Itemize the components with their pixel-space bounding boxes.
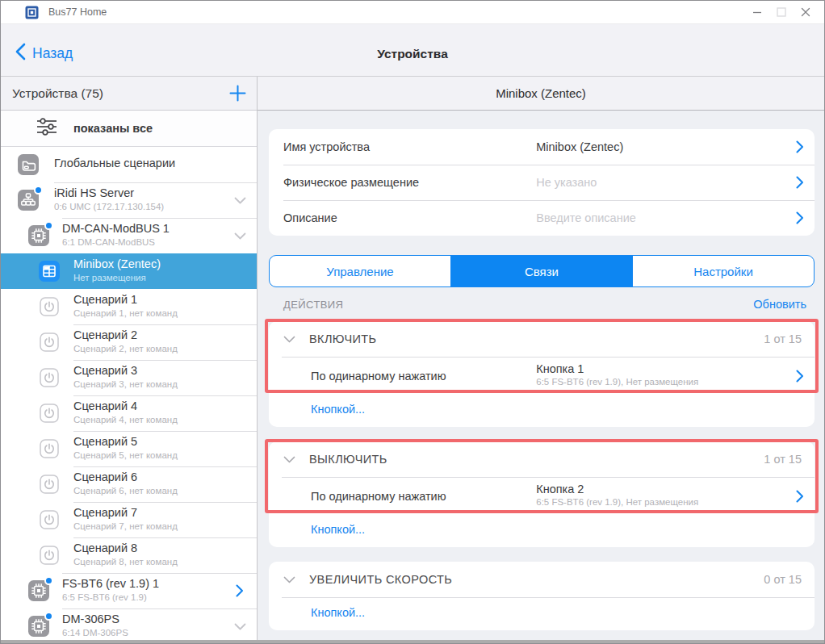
device-row[interactable]: iRidi HS Server0:6 UMC (172.17.130.154) — [1, 182, 257, 218]
binding-value-title: Кнопка 1 — [536, 362, 698, 375]
section-header[interactable]: УВЕЛИЧИТЬ СКОРОСТЬ0 от 15 — [269, 562, 815, 597]
binding-row[interactable]: По одинарному нажатиюКнопка 16:5 FS-BT6 … — [269, 358, 815, 395]
device-row[interactable]: Сценарий 3Сценарий 3, нет команд — [1, 360, 257, 395]
filter-sliders-icon — [35, 115, 59, 141]
device-row-title: iRidi HS Server — [54, 186, 134, 199]
tab-связи[interactable]: Связи — [450, 256, 632, 286]
row-divider — [73, 324, 257, 325]
device-sidebar: Устройства (75) показаны все Глобальные … — [1, 77, 258, 644]
app-logo-icon — [25, 6, 39, 19]
section-title: УВЕЛИЧИТЬ СКОРОСТЬ — [309, 562, 452, 597]
filter-row[interactable]: показаны все — [1, 111, 257, 147]
device-row[interactable]: DM-CAN-ModBUS 16:1 DM-CAN-ModBUS — [1, 218, 257, 253]
row-divider — [62, 608, 257, 609]
tab-управление[interactable]: Управление — [270, 256, 450, 286]
device-row[interactable]: DM-306PS6:14 DM-306PS — [1, 608, 257, 644]
section-count: 0 от 15 — [764, 562, 802, 597]
binding-row[interactable]: По одинарному нажатиюКнопка 26:5 FS-BT6 … — [269, 478, 815, 515]
online-badge — [44, 576, 53, 585]
tab-bar: УправлениеСвязиНастройки — [269, 255, 815, 287]
binding-trigger-label: По одинарному нажатию — [311, 478, 446, 515]
chevron-down-icon — [232, 182, 248, 218]
chevron-down-icon — [283, 441, 295, 477]
device-row[interactable]: Сценарий 4Сценарий 4, нет команд — [1, 395, 257, 431]
action-sections: ВКЛЮЧИТЬ1 от 15По одинарному нажатиюКноп… — [269, 321, 815, 630]
device-row[interactable]: Сценарий 7Сценарий 7, нет команд — [1, 502, 257, 537]
row-divider — [62, 573, 257, 574]
device-row-subtitle: 6:1 DM-CAN-ModBUS — [62, 237, 155, 247]
chevron-right-icon — [796, 165, 804, 200]
device-row[interactable]: Сценарий 2Сценарий 2, нет команд — [1, 324, 257, 360]
row-divider — [73, 466, 257, 467]
maximize-button[interactable] — [769, 1, 794, 23]
chevron-right-icon — [796, 478, 804, 515]
property-row[interactable]: ОписаниеВведите описание — [269, 200, 815, 236]
section-header[interactable]: ВЫКЛЮЧИТЬ1 от 15 — [269, 441, 815, 477]
minimize-button[interactable] — [745, 1, 769, 23]
section-title: ВКЛЮЧИТЬ — [309, 321, 376, 357]
device-row-subtitle: Сценарий 4, нет команд — [73, 415, 178, 424]
action-section-card: ВЫКЛЮЧИТЬ1 от 15По одинарному нажатиюКно… — [269, 441, 815, 547]
device-detail-title: Minibox (Zentec) — [258, 77, 824, 111]
filter-label: показаны все — [73, 122, 153, 135]
device-row-title: DM-306PS — [62, 613, 119, 625]
device-row[interactable]: Сценарий 6Сценарий 6, нет команд — [1, 466, 257, 502]
device-row[interactable]: FS-BT6 (rev 1.9) 16:5 FS-BT6 (rev 1.9) — [1, 573, 257, 608]
device-row-subtitle: Сценарий 2, нет команд — [73, 344, 178, 353]
folder-icon — [17, 153, 40, 176]
device-row-title: Сценарий 8 — [73, 542, 137, 554]
power-icon — [38, 366, 61, 389]
property-row[interactable]: Физическое размещениеНе указано — [269, 165, 815, 200]
row-divider — [54, 182, 257, 183]
tab-настройки[interactable]: Настройки — [632, 256, 814, 286]
device-row[interactable]: Сценарий 8Сценарий 8, нет команд — [1, 537, 257, 573]
row-divider — [73, 537, 257, 538]
row-divider — [73, 395, 257, 396]
device-row-title: Сценарий 7 — [73, 506, 137, 519]
add-device-button[interactable] — [228, 84, 247, 103]
device-row-title: Сценарий 3 — [73, 364, 137, 377]
device-row-subtitle: Сценарий 5, нет команд — [73, 450, 178, 460]
close-button[interactable] — [794, 1, 818, 23]
chevron-down-icon — [232, 608, 248, 644]
row-divider — [73, 360, 257, 361]
binding-value-title: Кнопка 2 — [536, 483, 698, 496]
add-binding-row: Кнопкой... — [269, 395, 815, 424]
device-row[interactable]: Minibox (Zentec)Нет размещения — [1, 253, 257, 289]
device-row[interactable]: Глобальные сценарии — [1, 147, 257, 182]
device-detail-panel: Minibox (Zentec) Имя устройстваMinibox (… — [258, 77, 824, 644]
device-row-title: FS-BT6 (rev 1.9) 1 — [62, 577, 159, 590]
row-divider — [73, 431, 257, 432]
refresh-button[interactable]: Обновить — [753, 298, 806, 311]
property-row[interactable]: Имя устройстваMinibox (Zentec) — [269, 129, 815, 165]
add-binding-button[interactable]: Кнопкой... — [311, 403, 365, 416]
power-icon — [38, 437, 61, 460]
action-section-card: УВЕЛИЧИТЬ СКОРОСТЬ0 от 15Кнопкой... — [269, 562, 815, 630]
device-row-subtitle: Сценарий 1, нет команд — [73, 308, 178, 318]
action-section-card: ВКЛЮЧИТЬ1 от 15По одинарному нажатиюКноп… — [269, 321, 815, 427]
device-row-title: Сценарий 2 — [73, 328, 137, 341]
device-row-subtitle: Сценарий 6, нет команд — [73, 486, 178, 496]
property-value: Не указано — [536, 165, 597, 200]
chevron-right-icon — [796, 129, 804, 165]
device-row[interactable]: Сценарий 5Сценарий 5, нет команд — [1, 431, 257, 466]
online-badge — [44, 221, 53, 230]
device-row-subtitle: 6:14 DM-306PS — [62, 628, 128, 638]
device-list: Глобальные сценарииiRidi HS Server0:6 UM… — [1, 147, 257, 644]
chevron-right-icon — [796, 358, 804, 395]
chevron-down-icon — [283, 321, 295, 357]
horizontal-scrollbar[interactable] — [1, 640, 824, 643]
device-row-title: Сценарий 6 — [73, 470, 137, 483]
device-row[interactable]: Сценарий 1Сценарий 1, нет команд — [1, 289, 257, 324]
add-binding-button[interactable]: Кнопкой... — [311, 606, 365, 619]
property-label: Имя устройства — [283, 129, 370, 165]
add-binding-button[interactable]: Кнопкой... — [311, 523, 365, 536]
chip-icon — [27, 615, 50, 638]
property-value: Введите описание — [536, 200, 636, 236]
section-header[interactable]: ВКЛЮЧИТЬ1 от 15 — [269, 321, 815, 357]
property-value: Minibox (Zentec) — [536, 129, 623, 165]
binding-value-subtitle: 6:5 FS-BT6 (rev 1.9), Нет размещения — [536, 497, 698, 507]
chevron-right-icon — [232, 573, 248, 608]
chevron-right-icon — [796, 200, 804, 236]
power-icon — [38, 402, 61, 424]
